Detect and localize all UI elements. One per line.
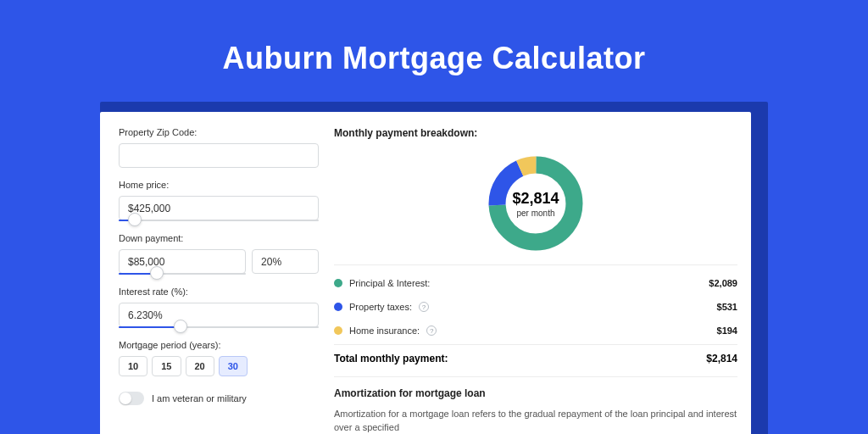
donut-sub: per month	[516, 209, 554, 218]
down-payment-pct-input[interactable]	[252, 249, 319, 274]
breakdown-title: Monthly payment breakdown:	[334, 127, 737, 139]
period-btn-20[interactable]: 20	[186, 356, 214, 376]
amort-section: Amortization for mortgage loan Amortizat…	[334, 376, 737, 434]
legend-total-row: Total monthly payment: $2,814	[334, 344, 737, 364]
period-label: Mortgage period (years):	[119, 340, 319, 350]
legend-row-ins: Home insurance: ? $194	[334, 319, 737, 342]
legend-value: $194	[717, 326, 737, 336]
interest-label: Interest rate (%):	[119, 287, 319, 297]
veteran-toggle-knob	[120, 392, 131, 404]
legend-total-value: $2,814	[706, 353, 737, 364]
legend-label: Principal & Interest:	[349, 278, 430, 288]
amort-text: Amortization for a mortgage loan refers …	[334, 408, 737, 434]
dot-icon	[334, 326, 342, 335]
down-payment-label: Down payment:	[119, 233, 319, 243]
legend-label: Property taxes:	[349, 302, 412, 312]
home-price-label: Home price:	[119, 180, 319, 190]
down-payment-pct-wrap	[252, 249, 319, 275]
down-payment-slider-thumb[interactable]	[150, 266, 164, 280]
zip-label: Property Zip Code:	[119, 127, 319, 137]
veteran-label: I am veteran or military	[152, 393, 247, 403]
donut-amount: $2,814	[512, 190, 559, 208]
interest-input[interactable]	[119, 303, 319, 327]
home-price-input[interactable]	[119, 196, 319, 220]
home-price-slider[interactable]	[119, 220, 319, 221]
period-btn-15[interactable]: 15	[152, 356, 181, 376]
help-icon[interactable]: ?	[419, 302, 429, 312]
veteran-toggle[interactable]	[119, 392, 144, 405]
legend-total-label: Total monthly payment:	[334, 353, 448, 364]
legend-row-tax: Property taxes: ? $531	[334, 295, 737, 319]
legend: Principal & Interest: $2,089 Property ta…	[334, 264, 737, 364]
legend-value: $531	[717, 302, 737, 312]
donut-wrap: $2,814 per month	[334, 147, 737, 264]
calculator-backdrop: Property Zip Code: Home price: Down paym…	[100, 102, 768, 434]
donut-chart: $2,814 per month	[485, 153, 587, 254]
interest-slider[interactable]	[119, 326, 319, 328]
legend-label: Home insurance:	[349, 326, 420, 336]
donut-center: $2,814 per month	[485, 153, 587, 254]
dot-icon	[334, 303, 342, 311]
period-btn-30[interactable]: 30	[219, 356, 248, 376]
period-group: 10 15 20 30	[119, 356, 319, 376]
legend-value: $2,089	[709, 278, 737, 288]
help-icon[interactable]: ?	[426, 326, 437, 336]
calculator-panel: Property Zip Code: Home price: Down paym…	[100, 112, 751, 434]
down-payment-wrap	[119, 249, 246, 275]
zip-field-wrap: Property Zip Code:	[119, 127, 319, 168]
breakdown-column: Monthly payment breakdown: $2,814 per mo…	[319, 112, 751, 434]
page-title: Auburn Mortgage Calculator	[0, 41, 868, 76]
period-btn-10[interactable]: 10	[119, 356, 147, 376]
dot-icon	[334, 279, 342, 287]
interest-wrap: Interest rate (%):	[119, 287, 319, 328]
down-payment-slider[interactable]	[119, 273, 246, 275]
legend-row-pi: Principal & Interest: $2,089	[334, 271, 737, 295]
amort-title: Amortization for mortgage loan	[334, 387, 737, 399]
form-column: Property Zip Code: Home price: Down paym…	[100, 112, 319, 434]
veteran-row: I am veteran or military	[119, 392, 319, 405]
zip-input[interactable]	[119, 143, 319, 168]
home-price-slider-thumb[interactable]	[128, 213, 142, 226]
home-price-wrap: Home price:	[119, 180, 319, 221]
interest-slider-thumb[interactable]	[174, 320, 187, 333]
interest-slider-fill	[119, 326, 181, 328]
down-payment-input[interactable]	[119, 249, 246, 274]
